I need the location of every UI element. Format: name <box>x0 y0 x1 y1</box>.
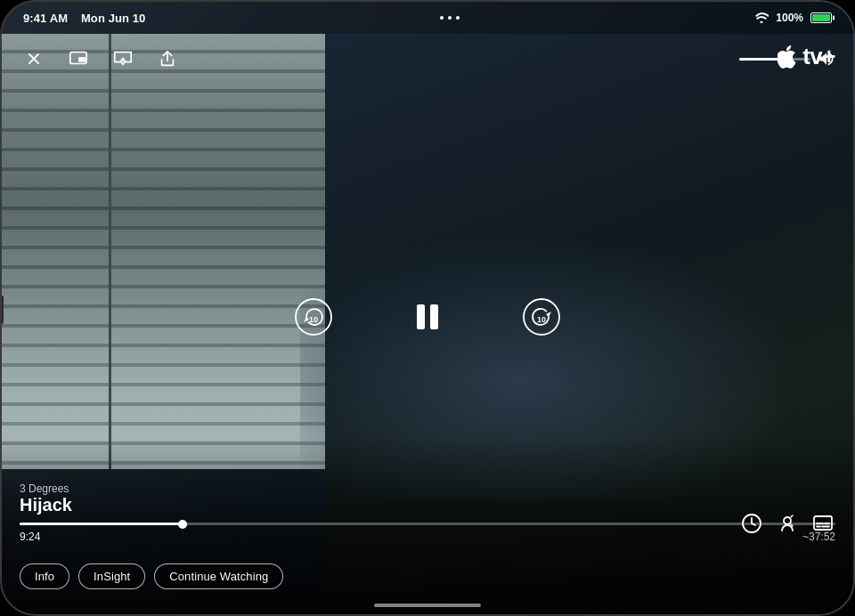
show-title: Hijack <box>20 495 835 515</box>
status-center-dots <box>440 16 460 20</box>
airplay-button[interactable] <box>109 45 137 73</box>
share-icon <box>158 49 177 69</box>
airplay-icon <box>113 49 133 69</box>
device-frame: 9:41 AM Mon Jun 10 100% <box>0 0 855 616</box>
share-button[interactable] <box>153 45 182 73</box>
pause-button[interactable] <box>405 295 450 339</box>
status-dot <box>448 16 452 20</box>
status-dot <box>440 16 444 20</box>
progress-filled <box>20 523 183 525</box>
svg-text:10: 10 <box>309 315 318 324</box>
battery-fill <box>812 14 830 21</box>
appletv-logo-text: tv+ <box>802 43 835 70</box>
playback-controls: 10 10 <box>293 295 562 339</box>
time-labels: 9:24 ~37:52 <box>20 531 835 543</box>
progress-scrubber[interactable] <box>178 520 187 529</box>
battery-percentage: 100% <box>776 12 803 24</box>
forward-button[interactable]: 10 <box>521 296 562 337</box>
bottom-controls: 3 Degrees Hijack 9:24 ~37:52 <box>2 482 853 543</box>
status-dot <box>456 16 460 20</box>
insight-button[interactable]: InSight <box>78 563 145 589</box>
rewind-icon: 10 <box>293 296 334 337</box>
wifi-icon <box>754 12 769 23</box>
progress-container[interactable]: 9:24 ~37:52 <box>20 523 835 543</box>
status-right: 100% <box>754 12 832 24</box>
current-time: 9:24 <box>20 531 40 543</box>
pause-icon <box>406 296 449 338</box>
close-icon <box>24 49 44 69</box>
close-button[interactable] <box>20 45 48 73</box>
continue-watching-button[interactable]: Continue Watching <box>154 563 283 589</box>
home-indicator[interactable] <box>374 604 481 607</box>
apple-icon <box>778 45 799 69</box>
svg-text:10: 10 <box>537 315 546 324</box>
pip-button[interactable] <box>64 45 93 73</box>
appletv-logo: tv+ <box>778 43 835 70</box>
top-controls <box>2 34 853 84</box>
progress-bar[interactable] <box>20 523 835 525</box>
show-info: 3 Degrees Hijack <box>20 482 835 515</box>
pip-icon <box>69 49 88 69</box>
svg-rect-4 <box>417 304 425 329</box>
status-bar: 9:41 AM Mon Jun 10 100% <box>2 2 853 34</box>
battery-icon <box>810 12 832 23</box>
svg-rect-5 <box>430 304 438 329</box>
side-button[interactable] <box>0 296 4 324</box>
forward-icon: 10 <box>521 296 562 337</box>
rewind-button[interactable]: 10 <box>293 296 334 337</box>
remaining-time: ~37:52 <box>802 531 835 543</box>
status-time: 9:41 AM Mon Jun 10 <box>23 12 145 25</box>
svg-rect-1 <box>78 57 86 62</box>
show-subtitle: 3 Degrees <box>20 482 835 495</box>
bottom-pill-buttons: Info InSight Continue Watching <box>20 563 283 589</box>
top-left-controls <box>20 45 182 73</box>
info-button[interactable]: Info <box>20 563 69 589</box>
